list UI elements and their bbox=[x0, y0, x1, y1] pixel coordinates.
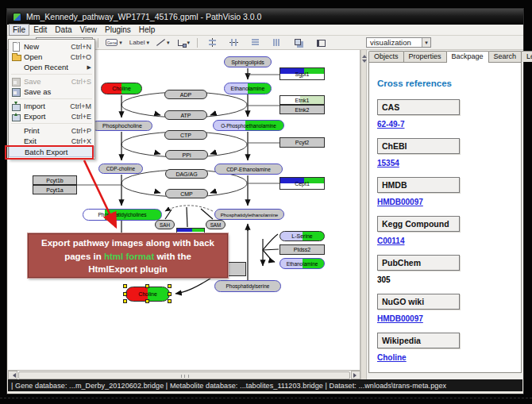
file-menu-item-export[interactable]: ExportCtrl+E bbox=[9, 111, 94, 121]
node-ethanolamine-bottom[interactable]: Ethanolamine bbox=[279, 258, 325, 269]
menubar-item-file[interactable]: File bbox=[9, 24, 29, 36]
xref-value: C00114 bbox=[377, 237, 513, 245]
file-menu-item-new[interactable]: NewCtrl+N bbox=[9, 41, 94, 52]
selection-handle[interactable] bbox=[123, 299, 127, 303]
align-vertical-center-button[interactable] bbox=[206, 37, 219, 48]
xref-title: ChEBI bbox=[377, 138, 460, 154]
node-pcyt1a[interactable]: Pcyt1a bbox=[33, 185, 77, 194]
node-etnk1[interactable]: Etnk1 bbox=[279, 95, 325, 105]
align-horizontal-center-button[interactable] bbox=[227, 37, 241, 48]
node-cmp[interactable]: CMP bbox=[165, 189, 208, 198]
line-tool-icon bbox=[156, 38, 165, 47]
file-menu-item-save[interactable]: SaveCtrl+S bbox=[9, 76, 94, 87]
file-menu-item-print[interactable]: PrintCtrl+P bbox=[9, 125, 94, 136]
selection-handle[interactable] bbox=[168, 299, 172, 303]
node-cept1[interactable]: Cept1 bbox=[279, 177, 325, 190]
visualization-combobox[interactable]: visualization ▾ bbox=[366, 37, 431, 48]
node-ethanolamine-top[interactable]: Ethanolamine bbox=[224, 83, 272, 94]
backpage-panel[interactable]: Cross references CAS62-49-7ChEBI15354HMD… bbox=[368, 62, 522, 373]
node-pcyt1b[interactable]: Pcyt1b bbox=[33, 175, 77, 185]
xref-value: HMDB00097 bbox=[377, 198, 513, 206]
node-pisd[interactable] bbox=[227, 262, 246, 276]
menubar-item-view[interactable]: View bbox=[75, 25, 101, 35]
node-phosphocholine[interactable]: Phosphocholine bbox=[92, 121, 152, 131]
draw-line-button[interactable]: ▾ bbox=[154, 37, 172, 48]
file-menu-item-import[interactable]: ImportCtrl+M bbox=[9, 101, 94, 111]
menu-item-shortcut: Ctrl+P bbox=[71, 127, 91, 135]
selection-handle[interactable] bbox=[123, 284, 127, 288]
tab-search[interactable]: Search bbox=[488, 51, 522, 62]
selection-handle[interactable] bbox=[168, 284, 172, 288]
node-o-phosphoethanolamine[interactable]: O-Phosphoethanolamine bbox=[213, 120, 284, 131]
node-phosphatidylcholines[interactable]: Phosphatidylcholines bbox=[83, 209, 162, 221]
node-ptdss2[interactable]: Ptdss2 bbox=[279, 244, 325, 255]
node-dag-ag[interactable]: DAG/AG bbox=[165, 169, 208, 179]
scroll-left-button[interactable] bbox=[8, 371, 17, 379]
xref-link[interactable]: HMDB00097 bbox=[377, 314, 423, 323]
chevron-down-icon[interactable]: ▾ bbox=[422, 38, 430, 47]
menubar-item-edit[interactable]: Edit bbox=[29, 25, 51, 35]
chevron-down-icon[interactable]: ▾ bbox=[187, 40, 190, 46]
chevron-down-icon[interactable]: ▾ bbox=[119, 40, 122, 46]
selection-handle[interactable] bbox=[168, 292, 172, 296]
menu-item-shortcut: Ctrl+X bbox=[71, 137, 91, 145]
node-sah[interactable]: SAH bbox=[155, 220, 175, 229]
file-menu-dropdown: NewCtrl+NOpenCtrl+OOpen Recent▶SaveCtrl+… bbox=[8, 39, 95, 160]
node-adp[interactable]: ADP bbox=[164, 90, 207, 99]
label-tool-text: Label bbox=[129, 39, 145, 46]
callout-line2: pages in html format with the bbox=[29, 250, 227, 264]
node-sam[interactable]: SAM bbox=[206, 220, 226, 229]
node-pcyt2[interactable]: Pcyt2 bbox=[279, 137, 325, 148]
submenu-arrow-icon: ▶ bbox=[87, 64, 91, 71]
layout-button[interactable] bbox=[313, 37, 326, 48]
menu-item-label: New bbox=[24, 42, 67, 51]
split-pane-divider[interactable] bbox=[360, 50, 367, 379]
node-atp[interactable]: ATP bbox=[164, 110, 207, 120]
node-ppi[interactable]: PPi bbox=[165, 150, 208, 160]
file-menu-item-open[interactable]: OpenCtrl+O bbox=[9, 52, 94, 62]
chevron-down-icon[interactable]: ▾ bbox=[167, 40, 170, 46]
xref-link[interactable]: 15354 bbox=[377, 159, 399, 167]
file-menu-item-save-as[interactable]: Save as bbox=[9, 87, 94, 97]
menubar-item-plugins[interactable]: Plugins bbox=[101, 25, 135, 35]
chevron-down-icon[interactable]: ▾ bbox=[146, 40, 149, 46]
common-size-button[interactable] bbox=[291, 37, 305, 48]
tab-properties[interactable]: Properties bbox=[403, 51, 447, 62]
draw-elbow-button[interactable]: ▾ bbox=[174, 37, 192, 48]
add-gene-button[interactable]: Gene ▾ bbox=[103, 37, 125, 48]
node-cdp-ethanolamine[interactable]: CDP-Ethanolamine bbox=[214, 164, 283, 175]
layout-icon bbox=[315, 38, 324, 47]
horizontal-scrollbar[interactable] bbox=[8, 370, 360, 379]
file-menu-item-open-recent[interactable]: Open Recent▶ bbox=[9, 62, 94, 72]
node-etnk2[interactable]: Etnk2 bbox=[279, 105, 325, 114]
xref-value: Choline bbox=[377, 353, 513, 362]
add-label-button[interactable]: Label ▾ bbox=[127, 37, 152, 48]
xref-section-nugo-wiki: NuGO wikiHMDB00097 bbox=[377, 294, 513, 323]
stack-vertical-button[interactable] bbox=[249, 37, 262, 48]
node-choline-top[interactable]: Choline bbox=[101, 83, 142, 94]
node-phosphatidylserine[interactable]: Phosphatidylserine bbox=[214, 280, 281, 292]
tab-backpage[interactable]: Backpage bbox=[446, 51, 489, 63]
title-bar[interactable]: Mm_Kennedy_pathway_WP1771_45176.gpml - P… bbox=[7, 9, 523, 25]
node-cdp-choline[interactable]: CDP-choline bbox=[98, 164, 143, 174]
scroll-right-button[interactable] bbox=[351, 371, 360, 379]
node-sphingolipids[interactable]: Sphingolipids bbox=[224, 56, 272, 67]
stack-horizontal-button[interactable] bbox=[270, 37, 283, 48]
xref-link[interactable]: Choline bbox=[377, 353, 407, 362]
node-sgpl1[interactable]: Sgpl1 bbox=[279, 67, 325, 80]
selection-handle[interactable] bbox=[145, 299, 149, 303]
xref-link[interactable]: HMDB00097 bbox=[377, 198, 423, 206]
tab-objects[interactable]: Objects bbox=[368, 51, 404, 62]
tab-legend[interactable]: Legend bbox=[521, 51, 532, 62]
xref-link[interactable]: 62-49-7 bbox=[377, 120, 404, 129]
menubar-item-data[interactable]: Data bbox=[51, 25, 75, 35]
expression-data-heading: Expression data bbox=[377, 371, 513, 373]
node-ctp[interactable]: CTP bbox=[164, 130, 207, 140]
selection-handle[interactable] bbox=[123, 292, 127, 296]
scrollbar-thumb[interactable] bbox=[18, 371, 350, 379]
selection-handle[interactable] bbox=[145, 284, 149, 288]
node-phosphatidylethanolamine[interactable]: Phosphatidylethanolamine bbox=[214, 209, 284, 220]
node-l-serine[interactable]: L-Serine bbox=[279, 231, 325, 241]
xref-link[interactable]: C00114 bbox=[377, 237, 404, 245]
menubar-item-help[interactable]: Help bbox=[135, 25, 160, 35]
